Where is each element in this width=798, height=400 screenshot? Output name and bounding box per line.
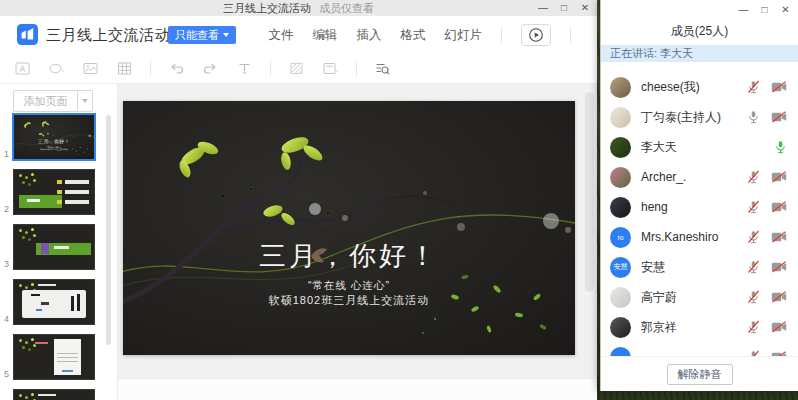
camera-muted-icon[interactable] bbox=[771, 291, 787, 303]
menu-编辑[interactable]: 编辑 bbox=[313, 27, 338, 44]
permission-badge[interactable]: 只能查看 bbox=[168, 26, 236, 44]
member-row[interactable]: Archer_. bbox=[601, 162, 798, 192]
mic-muted-icon[interactable] bbox=[747, 80, 760, 94]
mic-speaking-icon[interactable] bbox=[774, 140, 787, 154]
close-button[interactable]: ✕ bbox=[579, 1, 591, 15]
mic-muted-icon[interactable] bbox=[747, 260, 760, 274]
member-list: cheese(我)丁匀泰(主持人)李大天Archer_.hengroMrs.Ka… bbox=[601, 62, 798, 391]
avatar bbox=[610, 107, 631, 128]
camera-muted-icon[interactable] bbox=[771, 231, 787, 243]
member-name: 高宁蔚 bbox=[641, 289, 747, 306]
member-name: 郭京祥 bbox=[641, 319, 747, 336]
member-name: 安慧 bbox=[641, 259, 747, 276]
text-box-icon[interactable] bbox=[14, 60, 31, 77]
redo-icon[interactable] bbox=[202, 60, 219, 77]
placeholder-icon[interactable] bbox=[322, 60, 339, 77]
menu-插入[interactable]: 插入 bbox=[357, 27, 382, 44]
play-icon bbox=[528, 27, 544, 43]
add-page-dropdown[interactable] bbox=[77, 90, 93, 112]
slide-thumbnail-5[interactable] bbox=[13, 334, 95, 380]
menu-幻灯片[interactable]: 幻灯片 bbox=[445, 27, 483, 44]
mic-muted-icon[interactable] bbox=[747, 230, 760, 244]
member-panel-title: 成员(25人) bbox=[601, 23, 798, 40]
add-page-button[interactable]: 添加页面 bbox=[13, 90, 77, 112]
undo-icon[interactable] bbox=[168, 60, 185, 77]
member-panel-footer: 解除静音 bbox=[601, 356, 798, 391]
menu-bar: 文件编辑插入格式幻灯片 bbox=[269, 16, 572, 54]
avatar bbox=[610, 317, 631, 338]
camera-muted-icon[interactable] bbox=[771, 201, 787, 213]
menu-格式[interactable]: 格式 bbox=[401, 27, 426, 44]
member-name: Mrs.Kaneshiro bbox=[641, 230, 747, 244]
mic-muted-icon[interactable] bbox=[747, 170, 760, 184]
os-titlebar-view-mode: 成员仅查看 bbox=[319, 1, 374, 16]
divider bbox=[356, 61, 357, 76]
chevron-down-icon bbox=[82, 99, 88, 103]
format-painter-icon[interactable] bbox=[236, 60, 253, 77]
speaking-status-bar: 正在讲话: 李大天 bbox=[601, 45, 798, 62]
maximize-button[interactable]: □ bbox=[558, 1, 570, 15]
slide-thumbnail-4[interactable] bbox=[13, 279, 95, 325]
mic-on-icon[interactable] bbox=[747, 110, 760, 124]
image-icon[interactable] bbox=[82, 60, 99, 77]
avatar bbox=[610, 77, 631, 98]
member-name: heng bbox=[641, 200, 747, 214]
maximize-button[interactable]: □ bbox=[759, 4, 770, 15]
canvas-scrollbar[interactable] bbox=[585, 92, 594, 292]
menu-文件[interactable]: 文件 bbox=[269, 27, 294, 44]
member-row[interactable]: cheese(我) bbox=[601, 72, 798, 102]
divider bbox=[270, 61, 271, 76]
camera-muted-icon[interactable] bbox=[771, 261, 787, 273]
document-title: 三月线上交流活动 bbox=[46, 26, 170, 45]
slide-number: 2 bbox=[4, 204, 9, 214]
minimize-button[interactable]: — bbox=[537, 1, 549, 15]
close-button[interactable]: ✕ bbox=[780, 4, 791, 15]
avatar bbox=[610, 137, 631, 158]
current-slide: 三月，你好！ “常在线 心连心” 软硕1802班三月线上交流活动 bbox=[123, 101, 575, 355]
member-row[interactable]: 李大天 bbox=[601, 132, 798, 162]
table-icon[interactable] bbox=[116, 60, 133, 77]
slide-number: 4 bbox=[4, 314, 9, 324]
shape-icon[interactable] bbox=[48, 60, 65, 77]
slide-thumbnail-6[interactable] bbox=[13, 389, 95, 400]
divider bbox=[150, 61, 151, 76]
play-slideshow-button[interactable] bbox=[521, 24, 551, 46]
member-row[interactable]: 高宁蔚 bbox=[601, 282, 798, 312]
presentation-window: 三月线上交流活动 成员仅查看 — □ ✕ 三月线上交流活动 只能查看 文件编辑插… bbox=[0, 0, 597, 400]
toolbar bbox=[0, 54, 597, 84]
slide-number: 1 bbox=[4, 149, 9, 159]
slide-thumbnail-1[interactable] bbox=[12, 113, 96, 161]
slide-thumbnail-3[interactable] bbox=[13, 224, 95, 270]
slide-canvas: 三月，你好！ “常在线 心连心” 软硕1802班三月线上交流活动 bbox=[118, 84, 597, 400]
slide-thumbnail-2[interactable] bbox=[13, 169, 95, 215]
slide-thumbnail-list: 123456 bbox=[0, 114, 117, 400]
pattern-icon[interactable] bbox=[288, 60, 305, 77]
member-row[interactable]: heng bbox=[601, 192, 798, 222]
avatar: 安慧 bbox=[610, 257, 631, 278]
mic-muted-icon[interactable] bbox=[747, 290, 760, 304]
camera-muted-icon[interactable] bbox=[771, 111, 787, 123]
divider bbox=[501, 27, 502, 43]
member-panel-window: — □ ✕ 成员(25人) 正在讲话: 李大天 cheese(我)丁匀泰(主持人… bbox=[600, 0, 798, 391]
minimize-button[interactable]: — bbox=[738, 4, 749, 15]
member-row[interactable]: 丁匀泰(主持人) bbox=[601, 102, 798, 132]
camera-muted-icon[interactable] bbox=[771, 321, 787, 333]
avatar bbox=[610, 167, 631, 188]
member-row[interactable]: 安慧安慧 bbox=[601, 252, 798, 282]
avatar: ro bbox=[610, 227, 631, 248]
mic-muted-icon[interactable] bbox=[747, 320, 760, 334]
mic-muted-icon[interactable] bbox=[747, 200, 760, 214]
camera-muted-icon[interactable] bbox=[771, 171, 787, 183]
member-row[interactable]: 郭京祥 bbox=[601, 312, 798, 342]
app-header: 三月线上交流活动 只能查看 文件编辑插入格式幻灯片 bbox=[0, 16, 597, 54]
unmute-button[interactable]: 解除静音 bbox=[667, 364, 733, 385]
member-name: 李大天 bbox=[641, 139, 774, 156]
avatar bbox=[610, 197, 631, 218]
find-icon[interactable] bbox=[374, 60, 391, 77]
thumbnail-scrollbar[interactable] bbox=[106, 115, 111, 345]
app-logo-icon bbox=[17, 24, 38, 45]
member-row[interactable]: roMrs.Kaneshiro bbox=[601, 222, 798, 252]
member-name: 丁匀泰(主持人) bbox=[641, 109, 747, 126]
slide-number: 3 bbox=[4, 259, 9, 269]
camera-muted-icon[interactable] bbox=[771, 81, 787, 93]
